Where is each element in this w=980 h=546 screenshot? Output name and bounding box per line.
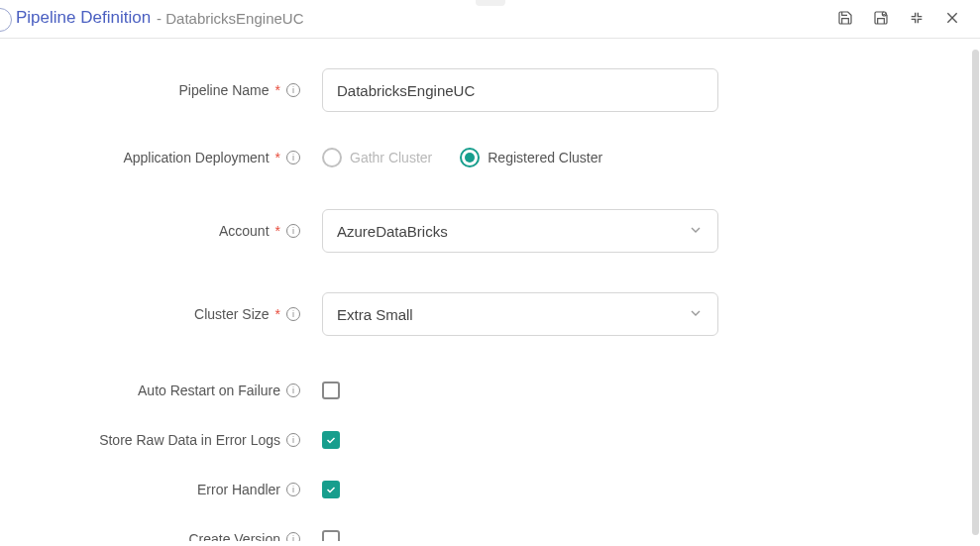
gathr-cluster-radio[interactable]: Gathr Cluster [322, 148, 432, 167]
create-version-row: Create Version i [20, 530, 940, 541]
account-row: Account * i AzureDataBricks [20, 209, 940, 253]
registered-cluster-radio[interactable]: Registered Cluster [460, 148, 602, 167]
radio-circle-icon [460, 148, 480, 167]
required-marker: * [275, 223, 280, 239]
cluster-size-row: Cluster Size * i Extra Small [20, 292, 940, 336]
chevron-down-icon [688, 305, 704, 324]
pipeline-name-label: Pipeline Name [178, 82, 269, 98]
registered-cluster-label: Registered Cluster [488, 150, 602, 165]
panel-title: Pipeline Definition [16, 8, 151, 28]
required-marker: * [275, 82, 280, 98]
form-container: Pipeline Name * i Application Deployment… [0, 39, 980, 541]
store-raw-label: Store Raw Data in Error Logs [99, 432, 280, 448]
info-icon[interactable]: i [286, 307, 300, 321]
app-deployment-label-group: Application Deployment * i [20, 150, 322, 165]
error-handler-label-group: Error Handler i [20, 482, 322, 497]
info-icon[interactable]: i [286, 224, 300, 238]
info-icon[interactable]: i [286, 532, 300, 541]
create-version-label-group: Create Version i [20, 531, 322, 541]
error-handler-checkbox[interactable] [322, 481, 340, 498]
save-as-icon[interactable] [873, 10, 889, 26]
auto-restart-checkbox[interactable] [322, 382, 340, 399]
drag-handle-top[interactable] [476, 0, 505, 6]
info-icon[interactable]: i [286, 83, 300, 97]
header-actions [837, 10, 960, 26]
required-marker: * [275, 150, 280, 165]
error-handler-row: Error Handler i [20, 481, 940, 498]
save-icon[interactable] [837, 10, 853, 26]
account-value: AzureDataBricks [337, 223, 448, 240]
pipeline-name-input[interactable] [322, 68, 718, 112]
auto-restart-row: Auto Restart on Failure i [20, 382, 940, 399]
auto-restart-label-group: Auto Restart on Failure i [20, 382, 322, 398]
auto-restart-label: Auto Restart on Failure [138, 382, 280, 398]
cluster-size-label: Cluster Size [194, 306, 269, 322]
store-raw-row: Store Raw Data in Error Logs i [20, 431, 940, 449]
app-deployment-label: Application Deployment [123, 150, 269, 165]
store-raw-label-group: Store Raw Data in Error Logs i [20, 432, 322, 448]
gathr-cluster-label: Gathr Cluster [350, 150, 432, 165]
info-icon[interactable]: i [286, 383, 300, 397]
account-label-group: Account * i [20, 223, 322, 239]
store-raw-checkbox[interactable] [322, 431, 340, 449]
pipeline-name-row: Pipeline Name * i [20, 68, 940, 112]
cluster-size-value: Extra Small [337, 306, 413, 323]
account-label: Account [219, 223, 270, 239]
cluster-size-label-group: Cluster Size * i [20, 306, 322, 322]
close-icon[interactable] [944, 10, 960, 26]
error-handler-label: Error Handler [197, 482, 280, 497]
app-deployment-row: Application Deployment * i Gathr Cluster… [20, 148, 940, 167]
account-select[interactable]: AzureDataBricks [322, 209, 718, 253]
create-version-checkbox[interactable] [322, 530, 340, 541]
chevron-down-icon [688, 222, 704, 241]
info-icon[interactable]: i [286, 151, 300, 164]
info-icon[interactable]: i [286, 433, 300, 447]
panel-subtitle: - DatabricksEngineUC [157, 10, 303, 27]
required-marker: * [275, 306, 280, 322]
radio-circle-icon [322, 148, 342, 167]
create-version-label: Create Version [188, 531, 280, 541]
header-title-group: Pipeline Definition - DatabricksEngineUC [16, 8, 303, 28]
pipeline-name-label-group: Pipeline Name * i [20, 82, 322, 98]
deployment-radio-group: Gathr Cluster Registered Cluster [322, 148, 718, 167]
collapse-icon[interactable] [909, 10, 925, 26]
info-icon[interactable]: i [286, 483, 300, 496]
cluster-size-select[interactable]: Extra Small [322, 292, 718, 336]
scrollbar[interactable] [972, 50, 979, 535]
